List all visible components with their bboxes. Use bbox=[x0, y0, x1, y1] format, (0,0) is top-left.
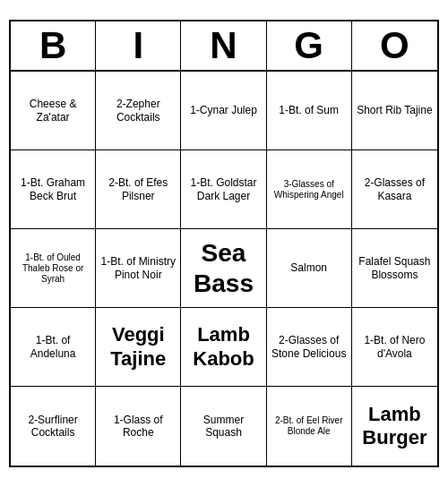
bingo-header: BINGO bbox=[11, 21, 437, 72]
bingo-cell: 1-Glass of Roche bbox=[96, 387, 181, 466]
bingo-cell: Summer Squash bbox=[181, 387, 266, 466]
bingo-cell: Cheese & Za'atar bbox=[11, 72, 96, 150]
header-letter: B bbox=[11, 21, 96, 70]
bingo-cell: 2-Surfliner Cocktails bbox=[11, 387, 96, 466]
cell-text: 1-Glass of Roche bbox=[99, 414, 177, 440]
bingo-cell: 1-Bt. of Nero d'Avola bbox=[352, 308, 437, 387]
bingo-cell: Veggi Tajine bbox=[96, 308, 181, 387]
cell-text: 1-Bt. of Nero d'Avola bbox=[355, 334, 435, 360]
bingo-cell: Salmon bbox=[267, 229, 352, 308]
cell-text: Summer Squash bbox=[184, 414, 263, 440]
cell-text: Falafel Squash Blossoms bbox=[355, 255, 435, 281]
bingo-card: BINGO Cheese & Za'atar2-Zepher Cocktails… bbox=[9, 20, 439, 467]
cell-text: 2-Bt. of Efes Pilsner bbox=[99, 176, 177, 202]
cell-text: Salmon bbox=[290, 261, 327, 274]
cell-text: Lamb Kabob bbox=[184, 323, 263, 371]
bingo-cell: 2-Glasses of Kasara bbox=[352, 150, 437, 229]
bingo-cell: Short Rib Tajine bbox=[352, 72, 437, 150]
cell-text: Cheese & Za'atar bbox=[13, 98, 92, 124]
bingo-cell: Falafel Squash Blossoms bbox=[352, 229, 437, 308]
bingo-cell: 2-Bt. of Eel River Blonde Ale bbox=[267, 387, 352, 466]
cell-text: Short Rib Tajine bbox=[357, 104, 433, 116]
cell-text: 1-Bt. Goldstar Dark Lager bbox=[184, 176, 263, 202]
cell-text: 1-Bt. of Ministry Pinot Noir bbox=[99, 255, 177, 281]
cell-text: 1-Bt. of Ouled Thaleb Rose or Syrah bbox=[13, 252, 92, 285]
header-letter: I bbox=[96, 21, 181, 70]
cell-text: Veggi Tajine bbox=[99, 323, 177, 371]
cell-text: Lamb Burger bbox=[355, 403, 435, 450]
cell-text: 2-Bt. of Eel River Blonde Ale bbox=[270, 415, 349, 437]
cell-text: 1-Bt. of Andeluna bbox=[13, 334, 92, 360]
bingo-cell: 2-Glasses of Stone Delicious bbox=[267, 308, 352, 387]
bingo-cell: Sea Bass bbox=[181, 229, 266, 308]
cell-text: 1-Bt. Graham Beck Brut bbox=[13, 176, 92, 202]
cell-text: 1-Bt. of Sum bbox=[279, 104, 339, 116]
header-letter: O bbox=[352, 21, 437, 70]
bingo-cell: Lamb Burger bbox=[352, 387, 437, 466]
bingo-cell: 1-Bt. of Sum bbox=[267, 72, 352, 150]
bingo-cell: 2-Bt. of Efes Pilsner bbox=[96, 150, 181, 229]
cell-text: 2-Zepher Cocktails bbox=[99, 98, 177, 124]
bingo-cell: 1-Bt. of Ministry Pinot Noir bbox=[96, 229, 181, 308]
header-letter: G bbox=[267, 21, 352, 70]
bingo-cell: 2-Zepher Cocktails bbox=[96, 72, 181, 150]
cell-text: 2-Surfliner Cocktails bbox=[13, 414, 92, 440]
header-letter: N bbox=[181, 21, 266, 70]
bingo-cell: Lamb Kabob bbox=[181, 308, 266, 387]
bingo-cell: 1-Bt. of Andeluna bbox=[11, 308, 96, 387]
bingo-cell: 1-Bt. Goldstar Dark Lager bbox=[181, 150, 266, 229]
bingo-grid: Cheese & Za'atar2-Zepher Cocktails1-Cyna… bbox=[11, 72, 437, 466]
bingo-cell: 3-Glasses of Whispering Angel bbox=[267, 150, 352, 229]
cell-text: 1-Cynar Julep bbox=[190, 104, 257, 116]
bingo-cell: 1-Cynar Julep bbox=[181, 72, 266, 150]
cell-text: 2-Glasses of Stone Delicious bbox=[270, 334, 349, 360]
bingo-cell: 1-Bt. Graham Beck Brut bbox=[11, 150, 96, 229]
bingo-cell: 1-Bt. of Ouled Thaleb Rose or Syrah bbox=[11, 229, 96, 308]
cell-text: Sea Bass bbox=[184, 238, 263, 298]
cell-text: 3-Glasses of Whispering Angel bbox=[270, 179, 349, 201]
cell-text: 2-Glasses of Kasara bbox=[355, 176, 435, 202]
